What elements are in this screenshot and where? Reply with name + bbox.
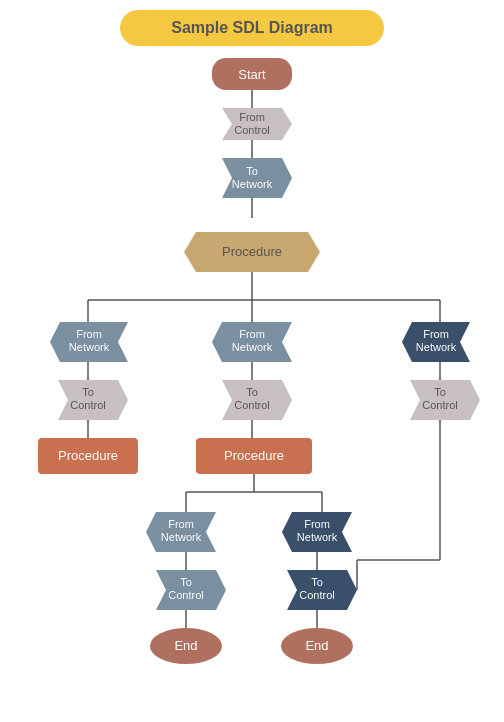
to-network-label2: Network — [232, 178, 273, 190]
procedure-mid-label: Procedure — [224, 448, 284, 463]
to-control-mid-label2: Control — [234, 399, 269, 411]
to-control-left-label2: Control — [70, 399, 105, 411]
start-label: Start — [238, 67, 266, 82]
to-control-mr-label2: Control — [299, 589, 334, 601]
from-network-left-label1: From — [76, 328, 102, 340]
end-right-label: End — [305, 638, 328, 653]
from-network-right-label2: Network — [416, 341, 457, 353]
to-control-right-label2: Control — [422, 399, 457, 411]
from-control-label2: Control — [234, 124, 269, 136]
from-network-right-label1: From — [423, 328, 449, 340]
title-text: Sample SDL Diagram — [171, 19, 333, 36]
from-network-mr-label1: From — [304, 518, 330, 530]
from-network-mid-label1: From — [239, 328, 265, 340]
to-network-label1: To — [246, 165, 258, 177]
from-control-label1: From — [239, 111, 265, 123]
end-left-label: End — [174, 638, 197, 653]
procedure-main-label: Procedure — [222, 244, 282, 259]
from-network-mid-label2: Network — [232, 341, 273, 353]
from-network-left-label2: Network — [69, 341, 110, 353]
to-control-left-label1: To — [82, 386, 94, 398]
to-control-ml-label2: Control — [168, 589, 203, 601]
sdl-diagram: Sample SDL Diagram Start From Control To… — [0, 0, 504, 722]
to-control-mr-label1: To — [311, 576, 323, 588]
from-network-ml-label2: Network — [161, 531, 202, 543]
procedure-left-label: Procedure — [58, 448, 118, 463]
to-control-mid-label1: To — [246, 386, 258, 398]
from-network-mr-label2: Network — [297, 531, 338, 543]
to-control-ml-label1: To — [180, 576, 192, 588]
from-network-ml-label1: From — [168, 518, 194, 530]
to-control-right-label1: To — [434, 386, 446, 398]
